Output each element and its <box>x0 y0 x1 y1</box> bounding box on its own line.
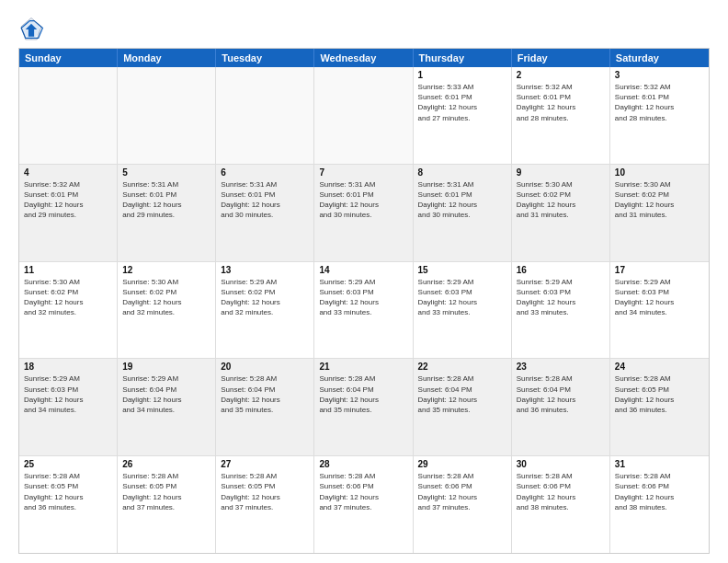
calendar-cell-r2-c0: 11Sunrise: 5:30 AM Sunset: 6:02 PM Dayli… <box>19 262 118 359</box>
cell-content: Sunrise: 5:28 AM Sunset: 6:04 PM Dayligh… <box>319 373 407 415</box>
cell-content: Sunrise: 5:32 AM Sunset: 6:01 PM Dayligh… <box>517 82 605 123</box>
calendar-header-wednesday: Wednesday <box>314 49 413 67</box>
calendar: SundayMondayTuesdayWednesdayThursdayFrid… <box>18 48 710 554</box>
calendar-header-thursday: Thursday <box>414 49 512 67</box>
calendar-cell-r2-c1: 12Sunrise: 5:30 AM Sunset: 6:02 PM Dayli… <box>118 262 216 359</box>
cell-content: Sunrise: 5:28 AM Sunset: 6:05 PM Dayligh… <box>122 471 210 512</box>
calendar-cell-r0-c0 <box>19 67 118 164</box>
cell-content: Sunrise: 5:29 AM Sunset: 6:02 PM Dayligh… <box>221 277 309 318</box>
calendar-cell-r2-c6: 17Sunrise: 5:29 AM Sunset: 6:03 PM Dayli… <box>610 262 709 359</box>
day-number: 12 <box>122 265 210 275</box>
day-number: 26 <box>122 459 210 469</box>
cell-content: Sunrise: 5:31 AM Sunset: 6:01 PM Dayligh… <box>319 179 407 221</box>
logo <box>18 17 48 42</box>
calendar-cell-r4-c5: 30Sunrise: 5:28 AM Sunset: 6:06 PM Dayli… <box>512 456 610 553</box>
calendar-header-friday: Friday <box>512 49 610 67</box>
day-number: 7 <box>319 167 407 178</box>
day-number: 24 <box>615 362 704 372</box>
calendar-cell-r4-c4: 29Sunrise: 5:28 AM Sunset: 6:06 PM Dayli… <box>414 456 512 553</box>
calendar-cell-r0-c2 <box>216 67 314 164</box>
cell-content: Sunrise: 5:31 AM Sunset: 6:01 PM Dayligh… <box>418 179 506 221</box>
calendar-header-sunday: Sunday <box>19 49 118 67</box>
calendar-row-1: 4Sunrise: 5:32 AM Sunset: 6:01 PM Daylig… <box>19 165 709 262</box>
cell-content: Sunrise: 5:28 AM Sunset: 6:06 PM Dayligh… <box>319 471 407 512</box>
calendar-cell-r4-c1: 26Sunrise: 5:28 AM Sunset: 6:05 PM Dayli… <box>118 456 216 553</box>
day-number: 10 <box>615 167 704 178</box>
cell-content: Sunrise: 5:29 AM Sunset: 6:03 PM Dayligh… <box>24 373 112 415</box>
calendar-cell-r3-c0: 18Sunrise: 5:29 AM Sunset: 6:03 PM Dayli… <box>19 359 118 455</box>
calendar-cell-r2-c5: 16Sunrise: 5:29 AM Sunset: 6:03 PM Dayli… <box>512 262 610 359</box>
cell-content: Sunrise: 5:30 AM Sunset: 6:02 PM Dayligh… <box>615 179 704 221</box>
calendar-row-0: 1Sunrise: 5:33 AM Sunset: 6:01 PM Daylig… <box>19 67 709 165</box>
day-number: 28 <box>319 459 407 469</box>
day-number: 27 <box>221 459 309 469</box>
cell-content: Sunrise: 5:28 AM Sunset: 6:06 PM Dayligh… <box>615 471 704 512</box>
header <box>18 17 710 42</box>
calendar-cell-r1-c1: 5Sunrise: 5:31 AM Sunset: 6:01 PM Daylig… <box>118 165 216 261</box>
day-number: 6 <box>221 167 309 178</box>
cell-content: Sunrise: 5:30 AM Sunset: 6:02 PM Dayligh… <box>24 277 112 318</box>
cell-content: Sunrise: 5:30 AM Sunset: 6:02 PM Dayligh… <box>517 179 605 221</box>
cell-content: Sunrise: 5:28 AM Sunset: 6:05 PM Dayligh… <box>221 471 309 512</box>
calendar-header-monday: Monday <box>118 49 216 67</box>
calendar-cell-r3-c2: 20Sunrise: 5:28 AM Sunset: 6:04 PM Dayli… <box>216 359 314 455</box>
day-number: 19 <box>122 362 210 372</box>
day-number: 2 <box>517 70 605 80</box>
calendar-cell-r2-c3: 14Sunrise: 5:29 AM Sunset: 6:03 PM Dayli… <box>314 262 413 359</box>
day-number: 25 <box>24 459 112 469</box>
calendar-cell-r1-c0: 4Sunrise: 5:32 AM Sunset: 6:01 PM Daylig… <box>19 165 118 261</box>
calendar-cell-r3-c5: 23Sunrise: 5:28 AM Sunset: 6:04 PM Dayli… <box>512 359 610 455</box>
cell-content: Sunrise: 5:28 AM Sunset: 6:06 PM Dayligh… <box>517 471 605 512</box>
calendar-cell-r3-c6: 24Sunrise: 5:28 AM Sunset: 6:05 PM Dayli… <box>610 359 709 455</box>
day-number: 18 <box>24 362 112 372</box>
cell-content: Sunrise: 5:33 AM Sunset: 6:01 PM Dayligh… <box>418 82 506 123</box>
day-number: 8 <box>418 167 506 178</box>
day-number: 30 <box>517 459 605 469</box>
day-number: 4 <box>24 167 112 178</box>
cell-content: Sunrise: 5:28 AM Sunset: 6:04 PM Dayligh… <box>221 373 309 415</box>
calendar-cell-r3-c4: 22Sunrise: 5:28 AM Sunset: 6:04 PM Dayli… <box>414 359 512 455</box>
calendar-cell-r2-c4: 15Sunrise: 5:29 AM Sunset: 6:03 PM Dayli… <box>414 262 512 359</box>
day-number: 23 <box>517 362 605 372</box>
calendar-header-row: SundayMondayTuesdayWednesdayThursdayFrid… <box>19 49 709 67</box>
calendar-cell-r0-c6: 3Sunrise: 5:32 AM Sunset: 6:01 PM Daylig… <box>610 67 709 164</box>
day-number: 17 <box>615 265 704 275</box>
cell-content: Sunrise: 5:31 AM Sunset: 6:01 PM Dayligh… <box>122 179 210 221</box>
calendar-cell-r2-c2: 13Sunrise: 5:29 AM Sunset: 6:02 PM Dayli… <box>216 262 314 359</box>
calendar-cell-r4-c2: 27Sunrise: 5:28 AM Sunset: 6:05 PM Dayli… <box>216 456 314 553</box>
calendar-cell-r0-c3 <box>314 67 413 164</box>
calendar-row-3: 18Sunrise: 5:29 AM Sunset: 6:03 PM Dayli… <box>19 359 709 456</box>
cell-content: Sunrise: 5:28 AM Sunset: 6:05 PM Dayligh… <box>24 471 112 512</box>
calendar-row-4: 25Sunrise: 5:28 AM Sunset: 6:05 PM Dayli… <box>19 456 709 553</box>
cell-content: Sunrise: 5:28 AM Sunset: 6:06 PM Dayligh… <box>418 471 506 512</box>
calendar-row-2: 11Sunrise: 5:30 AM Sunset: 6:02 PM Dayli… <box>19 262 709 360</box>
cell-content: Sunrise: 5:30 AM Sunset: 6:02 PM Dayligh… <box>122 277 210 318</box>
calendar-cell-r1-c2: 6Sunrise: 5:31 AM Sunset: 6:01 PM Daylig… <box>216 165 314 261</box>
day-number: 20 <box>221 362 309 372</box>
day-number: 16 <box>517 265 605 275</box>
cell-content: Sunrise: 5:28 AM Sunset: 6:04 PM Dayligh… <box>517 373 605 415</box>
calendar-cell-r4-c3: 28Sunrise: 5:28 AM Sunset: 6:06 PM Dayli… <box>314 456 413 553</box>
day-number: 21 <box>319 362 407 372</box>
calendar-cell-r1-c3: 7Sunrise: 5:31 AM Sunset: 6:01 PM Daylig… <box>314 165 413 261</box>
page: SundayMondayTuesdayWednesdayThursdayFrid… <box>0 0 728 563</box>
day-number: 13 <box>221 265 309 275</box>
calendar-cell-r3-c3: 21Sunrise: 5:28 AM Sunset: 6:04 PM Dayli… <box>314 359 413 455</box>
calendar-cell-r3-c1: 19Sunrise: 5:29 AM Sunset: 6:04 PM Dayli… <box>118 359 216 455</box>
cell-content: Sunrise: 5:31 AM Sunset: 6:01 PM Dayligh… <box>221 179 309 221</box>
day-number: 1 <box>418 70 506 80</box>
logo-icon <box>18 17 44 42</box>
day-number: 5 <box>122 167 210 178</box>
cell-content: Sunrise: 5:32 AM Sunset: 6:01 PM Dayligh… <box>24 179 112 221</box>
day-number: 15 <box>418 265 506 275</box>
calendar-header-tuesday: Tuesday <box>216 49 314 67</box>
cell-content: Sunrise: 5:29 AM Sunset: 6:03 PM Dayligh… <box>418 277 506 318</box>
day-number: 11 <box>24 265 112 275</box>
calendar-cell-r4-c6: 31Sunrise: 5:28 AM Sunset: 6:06 PM Dayli… <box>610 456 709 553</box>
cell-content: Sunrise: 5:29 AM Sunset: 6:03 PM Dayligh… <box>615 277 704 318</box>
cell-content: Sunrise: 5:29 AM Sunset: 6:03 PM Dayligh… <box>319 277 407 318</box>
day-number: 3 <box>615 70 704 80</box>
day-number: 29 <box>418 459 506 469</box>
calendar-cell-r1-c6: 10Sunrise: 5:30 AM Sunset: 6:02 PM Dayli… <box>610 165 709 261</box>
day-number: 14 <box>319 265 407 275</box>
